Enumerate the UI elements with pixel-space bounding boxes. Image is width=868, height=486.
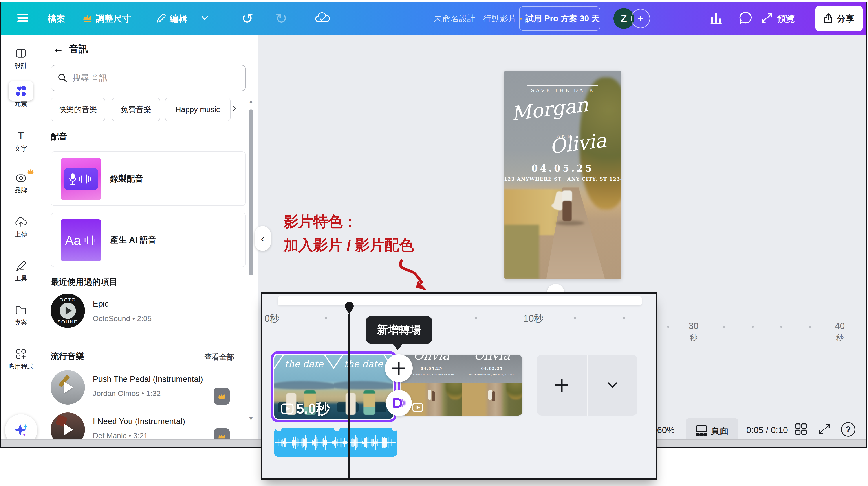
- page-view-label: 頁面: [711, 425, 728, 437]
- tooltip-pointer: [393, 343, 403, 350]
- sidebar-item-apps[interactable]: 應用程式: [1, 348, 41, 371]
- pen-tool-icon: [1, 260, 41, 273]
- pro-trial-button[interactable]: 試用 Pro 方案 30 天: [519, 6, 600, 31]
- clip1-frame-2: the date: [334, 354, 393, 419]
- sidebar: 設計 元素 T 文字 co 品牌: [1, 35, 41, 439]
- insights-icon[interactable]: [709, 11, 723, 26]
- document-title[interactable]: 未命名設計 - 行動影片: [413, 13, 537, 24]
- add-page-dropdown-button[interactable]: [588, 355, 638, 416]
- chip-free-music[interactable]: 免費音樂: [112, 97, 160, 121]
- resize-button[interactable]: 調整尺寸: [96, 12, 131, 25]
- sidebar-item-brand[interactable]: co 品牌: [1, 172, 41, 195]
- waveform-icon: [79, 173, 93, 185]
- octosound-logo[interactable]: OCTO SOUND: [51, 293, 85, 328]
- help-button[interactable]: ?: [841, 422, 856, 437]
- audio-notch: [392, 428, 398, 431]
- svg-text:T: T: [18, 130, 24, 142]
- scrollbar-up-icon[interactable]: ▲: [248, 98, 254, 105]
- canvas-design-page[interactable]: SAVE THE DATE Morgan AND Olivia 04.05.25…: [504, 71, 621, 279]
- text-icon: T: [1, 130, 41, 142]
- audio-waveform: [275, 435, 396, 450]
- sidebar-item-uploads[interactable]: 上傳: [1, 216, 41, 239]
- track-title: Epic: [93, 299, 108, 309]
- song-artwork[interactable]: [51, 370, 85, 404]
- record-voiceover-card[interactable]: 錄製配音: [51, 151, 246, 206]
- panel-collapse-button[interactable]: ‹: [254, 226, 271, 251]
- transition-style-button[interactable]: [386, 390, 412, 416]
- share-button[interactable]: 分享: [815, 5, 863, 31]
- photo-couple: [562, 191, 572, 202]
- pro-badge: [214, 388, 230, 404]
- sidebar-item-design[interactable]: 設計: [1, 47, 41, 70]
- statusbar-divider: [679, 421, 680, 439]
- redo-button[interactable]: ↻: [275, 11, 287, 26]
- microphone-icon: [69, 173, 76, 185]
- record-voiceover-label: 錄製配音: [110, 173, 144, 184]
- sparkle-icon: [12, 421, 30, 439]
- sidebar-item-projects[interactable]: 專案: [1, 304, 41, 327]
- ruler-tick: [752, 326, 754, 328]
- fullscreen-icon[interactable]: [818, 423, 831, 437]
- ruler-tick: [475, 317, 477, 319]
- playhead-pin[interactable]: [344, 302, 354, 314]
- scrollbar-down-icon[interactable]: ▼: [248, 415, 254, 422]
- chip-happy-music-en[interactable]: Happy music: [165, 97, 230, 121]
- plus-icon: [393, 362, 405, 375]
- ruler-tick: [723, 326, 725, 328]
- transition-icon: [392, 396, 406, 410]
- upload-icon: [1, 216, 41, 228]
- annotation-arrow: [395, 259, 432, 295]
- see-all-link[interactable]: 查看全部: [204, 352, 234, 362]
- crown-icon: [520, 15, 522, 23]
- annotation-text: 影片特色： 加入影片 / 影片配色: [284, 214, 414, 261]
- clip-video-title: the date: [334, 359, 393, 369]
- edit-menu[interactable]: 編輯: [169, 12, 187, 25]
- song-title: Push The Pedal (Instrumental): [93, 375, 203, 384]
- crown-icon: [82, 13, 93, 23]
- timeline-ruler-10s: 10秒: [523, 312, 544, 325]
- timeline-add-page-button: [537, 355, 638, 416]
- chips-scroll-right-icon[interactable]: ›: [233, 101, 237, 114]
- chip-happy-music-zh[interactable]: 快樂的音樂: [51, 97, 105, 121]
- record-voiceover-thumbnail: [61, 158, 101, 200]
- add-transition-plus-button[interactable]: [385, 354, 413, 382]
- timeline-clip-1[interactable]: the date the date 5.0秒: [271, 351, 396, 422]
- design-icon: [1, 47, 41, 60]
- preview-button[interactable]: 預覽: [777, 12, 795, 25]
- timeline-audio-track[interactable]: [274, 428, 398, 457]
- voiceover-heading: 配音: [51, 131, 67, 142]
- search-input[interactable]: [72, 73, 226, 83]
- add-page-plus-button[interactable]: [537, 355, 587, 416]
- sidebar-item-tools[interactable]: 工具: [1, 260, 41, 283]
- playhead-line[interactable]: [348, 314, 350, 478]
- zoom-level[interactable]: 60%: [657, 425, 675, 435]
- ruler-label-40s: 40秒: [829, 320, 851, 344]
- search-box[interactable]: [51, 65, 246, 91]
- add-member-button[interactable]: +: [631, 9, 650, 28]
- comments-icon[interactable]: [738, 11, 752, 26]
- photo-couple: [562, 201, 572, 221]
- crown-badge-icon: [27, 168, 34, 175]
- search-icon: [57, 73, 68, 83]
- sidebar-item-elements[interactable]: 元素: [1, 85, 41, 108]
- audio-notch: [334, 428, 340, 431]
- file-menu[interactable]: 檔案: [48, 12, 65, 25]
- clip-duration-label: 5.0秒: [296, 399, 330, 419]
- ai-voice-card[interactable]: Aa 產生 AI 語音: [51, 212, 246, 267]
- video-play-icon: [281, 403, 294, 415]
- track-meta: OctoSound • 2:05: [93, 314, 152, 323]
- clip-video-title: the date: [274, 359, 334, 369]
- cloud-sync-icon[interactable]: [314, 12, 331, 25]
- undo-button[interactable]: ↺: [241, 11, 253, 26]
- song-artwork[interactable]: [51, 412, 85, 439]
- share-label: 分享: [837, 12, 855, 25]
- chevron-down-icon: [607, 381, 618, 389]
- elements-icon: [15, 85, 27, 97]
- grid-view-icon[interactable]: [794, 423, 807, 437]
- scrollbar-thumb[interactable]: [249, 110, 253, 276]
- timeline-clip-2[interactable]: Olivia 04.05.25 123 ANYWHERE ST., ANY CI…: [401, 355, 522, 416]
- back-button[interactable]: ←: [53, 42, 64, 55]
- hamburger-menu-icon[interactable]: [17, 13, 29, 24]
- sidebar-item-text[interactable]: T 文字: [1, 130, 41, 153]
- timeline-inset-screenshot: 0秒 10秒 新增轉場 the date the date: [261, 292, 657, 480]
